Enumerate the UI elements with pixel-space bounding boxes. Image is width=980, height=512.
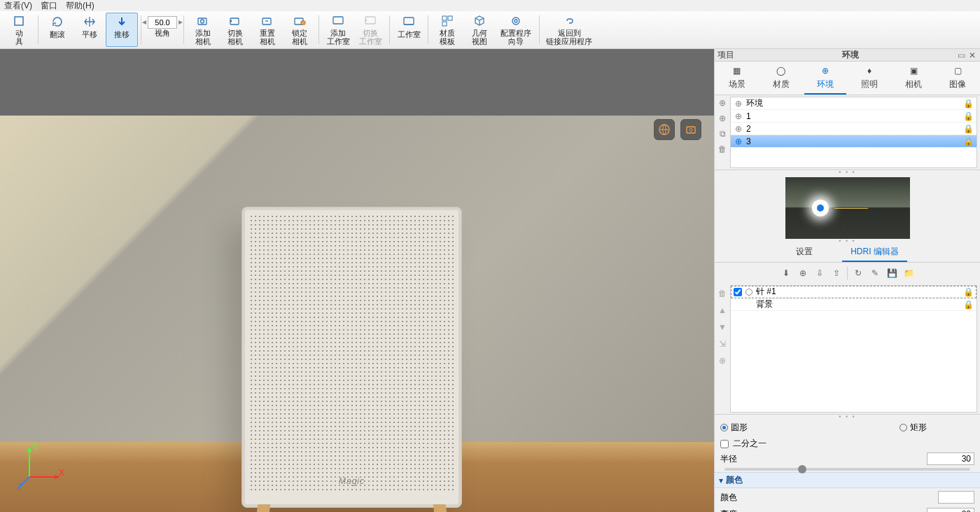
svg-point-17 [690,129,692,132]
lock-icon[interactable]: 🔒 [963,287,974,297]
radius-input[interactable] [927,452,974,465]
menu-help[interactable]: 帮助(H) [66,0,94,12]
viewport-snapshot-button[interactable] [680,119,701,140]
environment-list-area: ⊕ ⊕ ⧉ 🗑 ⊕环境🔒 ⊕1🔒 ⊕2🔒 ⊕3🔒 [715,95,980,170]
brightness-input[interactable] [927,508,974,512]
dolly-button[interactable]: 推移 [106,13,138,47]
lock-icon[interactable]: 🔒 [963,137,974,146]
tab-scene[interactable]: ▦场景 [716,64,758,95]
env-row[interactable]: ⊕环境🔒 [731,97,976,110]
hdri-draw-icon[interactable]: ✎ [869,267,881,279]
brightness-row: 亮度 [715,506,980,512]
tab-camera[interactable]: ▣相机 [892,64,934,95]
fov-prev-icon[interactable]: ◂ [142,17,146,27]
env-row[interactable]: ⊕3🔒 [731,135,976,148]
camera-icon: ▣ [907,64,920,77]
fov-input[interactable] [148,16,177,29]
svg-marker-19 [27,446,31,452]
lock-icon[interactable]: 🔒 [963,300,974,310]
svg-rect-11 [448,16,452,20]
target-icon[interactable]: ⊕ [717,355,728,366]
tumble-button[interactable]: 翻滚 [41,13,74,47]
tab-lighting[interactable]: ♦照明 [848,64,890,95]
panel-titlebar: 项目 环境 ▭ ✕ [715,49,980,62]
tab-environment[interactable]: ⊕环境 [804,64,846,95]
tab-image[interactable]: ▢图像 [937,64,979,95]
pin-checkbox[interactable] [734,288,742,296]
subtab-settings[interactable]: 设置 [788,243,821,262]
product-brand: Magic [242,476,461,486]
globe-icon: ⊕ [734,137,743,146]
subtab-hdri[interactable]: HDRI 编辑器 [842,243,907,262]
pan-button[interactable]: 平移 [74,13,106,47]
studio-button[interactable]: 工作室 [393,13,425,47]
return-link-button[interactable]: 返回到 链接应用程序 [542,13,596,47]
pin-list-area: 🗑 ▲ ▼ ⇲ ⊕ 针 #1🔒 背景🔒 [715,284,980,415]
color-swatch[interactable] [938,491,974,504]
add-env-icon[interactable]: ⊕ [716,97,729,109]
viewport-globe-button[interactable] [654,119,675,140]
pin-row[interactable]: 背景🔒 [731,298,976,311]
flatten-icon[interactable]: ⇲ [717,338,728,350]
color-section-header[interactable]: ▾颜色 [715,472,980,488]
hdri-download-icon[interactable]: ⬇ [780,267,792,279]
hdri-globe-icon[interactable]: ⊕ [797,267,809,279]
viewport[interactable]: Magic Y X Z [0,49,714,512]
fov-next-icon[interactable]: ▸ [178,17,183,27]
hdri-refresh-icon[interactable]: ↻ [852,267,864,279]
hdri-toolbar: ⬇ ⊕ ⇩ ⇧ ↻ ✎ 💾 📁 [715,263,980,284]
lock-icon[interactable]: 🔒 [963,111,974,121]
hdri-folder-icon[interactable]: 📁 [902,267,915,279]
half-checkbox[interactable] [720,440,729,448]
svg-text:Y: Y [32,443,38,452]
reset-camera-button[interactable]: 重置 相机 [251,13,284,47]
studio-switch-icon [363,15,377,27]
delete-env-icon[interactable]: 🗑 [716,143,729,155]
project-label[interactable]: 项目 [718,49,746,61]
separator [141,15,141,44]
pin-radio-icon[interactable] [746,289,752,296]
svg-rect-7 [333,17,343,24]
copy-env-icon[interactable]: ⧉ [716,127,729,140]
camera-lock-icon [293,15,307,27]
material-template-button[interactable]: 材质 模板 [431,13,463,47]
shape-circle-option[interactable]: 圆形 [720,422,748,434]
separator [318,15,319,44]
shape-rect-option[interactable]: 矩形 [899,422,927,434]
lock-icon[interactable]: 🔒 [963,99,974,109]
env-row[interactable]: ⊕2🔒 [731,123,976,135]
tool-button[interactable]: 动 具 [3,13,35,47]
globe-env-icon[interactable]: ⊕ [716,112,729,125]
half-checkbox-row: 二分之一 [715,436,980,451]
tool-icon [12,15,26,27]
add-studio-button[interactable]: 添加 工作室 [322,13,354,47]
move-down-icon[interactable]: ▼ [717,321,728,333]
lock-camera-button[interactable]: 锁定 相机 [284,13,316,47]
close-icon[interactable]: ✕ [967,50,977,60]
menu-view[interactable]: 查看(V) [4,0,32,12]
menu-window[interactable]: 窗口 [41,0,57,12]
delete-pin-icon[interactable]: 🗑 [717,288,728,299]
pin-row[interactable]: 针 #1🔒 [731,286,976,298]
move-up-icon[interactable]: ▲ [717,305,728,316]
globe-icon: ⊕ [734,124,743,134]
config-wizard-button[interactable]: 配置程序 向导 [496,13,536,47]
globe-icon: ⊕ [734,99,743,109]
hdri-export-icon[interactable]: ⇧ [830,267,843,279]
env-row[interactable]: ⊕1🔒 [731,110,976,123]
hdri-preview[interactable] [715,174,980,239]
geometry-view-button[interactable]: 几何 视图 [463,13,496,47]
switch-studio-button: 切换 工作室 [354,13,386,47]
switch-camera-button[interactable]: 切换 相机 [219,13,251,47]
hdri-import-icon[interactable]: ⇩ [813,267,826,279]
hdri-save-icon[interactable]: 💾 [886,267,898,279]
radius-slider[interactable] [724,468,970,471]
add-camera-button[interactable]: 添加 相机 [187,13,219,47]
camera-reset-icon [260,15,274,27]
svg-text:X: X [59,468,64,478]
lock-icon[interactable]: 🔒 [963,124,974,134]
restore-icon[interactable]: ▭ [956,50,966,60]
globe-icon: ⊕ [819,64,832,77]
separator [428,15,428,44]
tab-material[interactable]: ◯材质 [760,64,802,95]
